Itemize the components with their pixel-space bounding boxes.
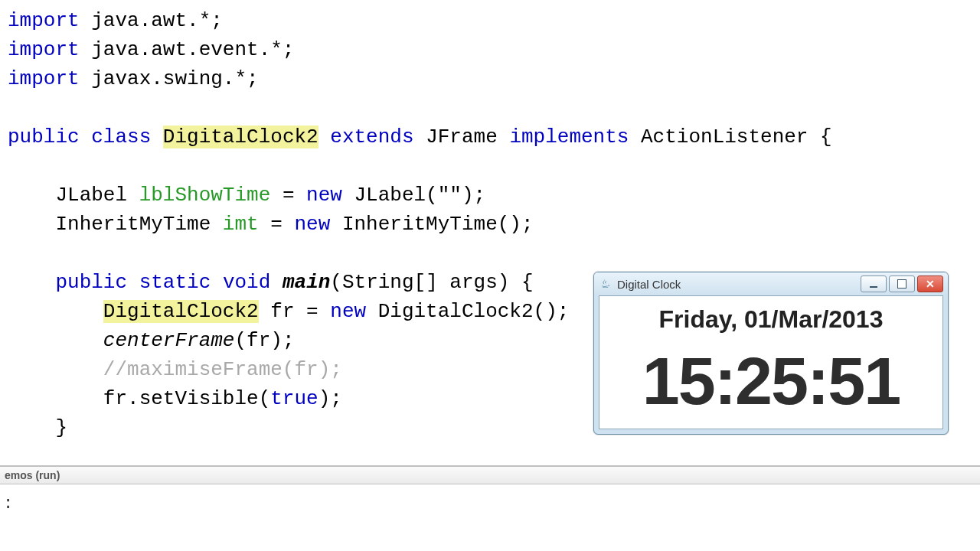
close-button[interactable]: ✕ <box>917 276 943 292</box>
time-label: 15:25:51 <box>604 347 938 415</box>
minimize-button[interactable] <box>861 276 887 292</box>
console-output: : <box>0 490 16 518</box>
digital-clock-window[interactable]: Digital Clock ✕ Friday, 01/Mar/2013 15:2… <box>593 272 949 435</box>
window-title: Digital Clock <box>617 278 861 291</box>
titlebar[interactable]: Digital Clock ✕ <box>594 272 948 295</box>
maximize-button[interactable] <box>889 276 915 292</box>
console-tab-label[interactable]: emos (run) <box>0 465 980 484</box>
date-label: Friday, 01/Mar/2013 <box>604 305 938 334</box>
java-icon <box>599 277 612 291</box>
clock-content: Friday, 01/Mar/2013 15:25:51 <box>599 295 943 429</box>
